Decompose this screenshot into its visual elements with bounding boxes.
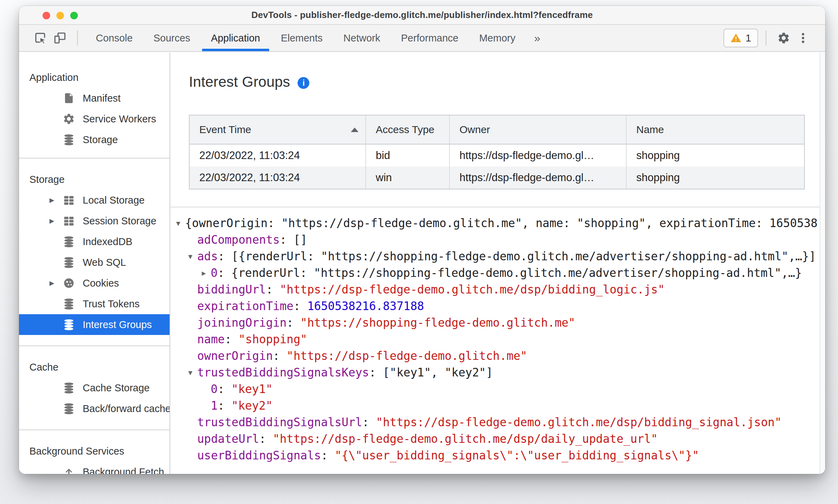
sidebar-section-title: Application <box>19 67 170 88</box>
tree-line[interactable]: biddingUrl: "https://dsp-fledge-demo.gli… <box>170 281 825 298</box>
sidebar-item-label: Session Storage <box>83 215 156 227</box>
devtools-window: DevTools - publisher-fledge-demo.glitch.… <box>19 6 825 474</box>
settings-gear-icon[interactable] <box>774 28 793 48</box>
tree-segment-key: trustedBiddingSignalsKeys <box>197 366 369 379</box>
collapse-triangle-icon[interactable]: ▼ <box>185 364 195 381</box>
sidebar-item-label: IndexedDB <box>83 236 133 248</box>
issues-warning-badge[interactable]: 1 <box>723 29 758 47</box>
column-header-label: Access Type <box>376 124 435 136</box>
column-header-name[interactable]: Name <box>627 115 804 144</box>
tree-segment-key: ads <box>197 250 218 263</box>
tab-sources[interactable]: Sources <box>143 25 200 51</box>
tree-segment-key: name <box>197 333 225 346</box>
cell-name: shopping <box>627 144 804 167</box>
column-header-access-type[interactable]: Access Type <box>366 115 450 144</box>
tree-line[interactable]: updateUrl: "https://dsp-fledge-demo.glit… <box>170 431 825 447</box>
column-header-owner[interactable]: Owner <box>450 115 627 144</box>
vertical-scrollbar[interactable] <box>820 53 825 474</box>
document-icon <box>63 92 76 104</box>
sidebar-section-application: ApplicationManifestService WorkersStorag… <box>19 53 170 159</box>
tree-segment-key: 0 <box>211 266 218 280</box>
sidebar-item-label: Back/forward cache <box>83 403 170 414</box>
tree-line[interactable]: adComponents: [] <box>170 232 825 248</box>
tab-elements[interactable]: Elements <box>271 25 333 51</box>
tree-segment-plain: : <box>225 333 238 346</box>
warning-triangle-icon <box>730 32 741 44</box>
tree-line[interactable]: ▼ads: [{renderUrl: "https://shopping-fle… <box>170 248 825 265</box>
column-header-event-time[interactable]: Event Time <box>190 115 366 144</box>
tree-segment-plain: : <box>218 382 231 396</box>
sidebar-section-title: Cache <box>19 357 170 377</box>
sidebar-section-cache: CacheCache StorageBack/forward cache <box>19 346 170 430</box>
sidebar-item-manifest[interactable]: Manifest <box>19 88 170 109</box>
tree-segment-key: 1 <box>211 399 218 412</box>
expand-triangle-icon[interactable]: ▶ <box>199 265 209 281</box>
tree-line[interactable]: trustedBiddingSignalsUrl: "https://dsp-f… <box>170 414 825 431</box>
sidebar-item-web-sql[interactable]: Web SQL <box>19 252 170 273</box>
database-icon <box>63 235 76 248</box>
tree-line[interactable]: name: "shopping" <box>170 331 825 348</box>
more-tabs-chevron[interactable]: » <box>526 25 549 51</box>
sidebar-item-interest-groups[interactable]: Interest Groups <box>19 314 170 335</box>
tree-line[interactable]: joiningOrigin: "https://shopping-fledge-… <box>170 315 825 331</box>
close-button[interactable] <box>43 12 50 19</box>
tree-segment-key: ownerOrigin <box>197 349 273 363</box>
table-header-row: Event TimeAccess TypeOwnerName <box>190 115 804 144</box>
tab-application[interactable]: Application <box>201 25 271 51</box>
sidebar-item-service-workers[interactable]: Service Workers <box>19 109 170 129</box>
devtools-content: ApplicationManifestService WorkersStorag… <box>19 53 825 474</box>
tree-line[interactable]: ▼{ownerOrigin: "https://dsp-fledge-demo.… <box>170 215 825 232</box>
tree-segment-string: "shopping" <box>238 333 307 346</box>
tab-memory[interactable]: Memory <box>469 25 526 51</box>
expand-triangle-icon[interactable]: ▶ <box>49 196 63 204</box>
tree-line[interactable]: 0: "key1" <box>170 381 825 398</box>
database-icon <box>63 256 76 269</box>
device-toolbar-icon[interactable] <box>50 28 70 48</box>
database-icon <box>63 382 76 394</box>
zoom-button[interactable] <box>70 12 78 19</box>
table-row[interactable]: 22/03/2022, 11:03:24bidhttps://dsp-fledg… <box>190 144 804 167</box>
tree-segment-plain: : [{renderUrl: "https://shopping-fledge-… <box>218 250 816 263</box>
tree-line[interactable]: ownerOrigin: "https://dsp-fledge-demo.gl… <box>170 348 825 364</box>
sidebar-item-label: Local Storage <box>83 195 145 206</box>
minimize-button[interactable] <box>56 12 64 19</box>
tab-performance[interactable]: Performance <box>391 25 469 51</box>
interest-group-details-tree: ▼{ownerOrigin: "https://dsp-fledge-demo.… <box>170 207 825 464</box>
tree-line[interactable]: ▶0: {renderUrl: "https://shopping-fledge… <box>170 265 825 281</box>
cell-owner: https://dsp-fledge-demo.gl… <box>450 167 627 189</box>
table-body: 22/03/2022, 11:03:24bidhttps://dsp-fledg… <box>190 144 804 189</box>
sidebar-item-cookies[interactable]: ▶Cookies <box>19 273 170 293</box>
tree-line[interactable]: userBiddingSignals: "{\"user_bidding_sig… <box>170 447 825 464</box>
tree-segment-key: trustedBiddingSignalsUrl <box>197 416 362 429</box>
tree-line[interactable]: expirationTime: 1650538216.837188 <box>170 298 825 315</box>
tab-console[interactable]: Console <box>85 25 143 51</box>
sidebar-item-local-storage[interactable]: ▶Local Storage <box>19 190 170 211</box>
sidebar-item-back-forward-cache[interactable]: Back/forward cache <box>19 398 170 419</box>
tree-segment-string: "https://dsp-fledge-demo.glitch.me/dsp/d… <box>273 432 658 446</box>
sidebar-item-background-fetch[interactable]: Background Fetch <box>19 461 170 474</box>
kebab-menu-icon[interactable] <box>793 28 813 48</box>
collapse-triangle-icon[interactable]: ▼ <box>173 215 183 232</box>
info-icon[interactable]: i <box>298 77 309 89</box>
expand-triangle-icon[interactable]: ▶ <box>49 279 63 287</box>
tree-segment-plain: : ["key1", "key2"] <box>369 366 493 379</box>
sidebar-item-trust-tokens[interactable]: Trust Tokens <box>19 293 170 314</box>
inspect-element-icon[interactable] <box>31 28 50 48</box>
cell-access-type: bid <box>366 144 450 167</box>
sidebar-item-storage[interactable]: Storage <box>19 129 170 150</box>
tree-segment-key: adComponents <box>197 233 280 246</box>
sidebar-item-cache-storage[interactable]: Cache Storage <box>19 377 170 398</box>
tree-line[interactable]: 1: "key2" <box>170 398 825 414</box>
tree-segment-string: "https://dsp-fledge-demo.glitch.me/dsp/b… <box>280 283 665 296</box>
table-row[interactable]: 22/03/2022, 11:03:24winhttps://dsp-fledg… <box>190 167 804 189</box>
collapse-triangle-icon[interactable]: ▼ <box>185 248 195 265</box>
tree-line[interactable]: ▼trustedBiddingSignalsKeys: ["key1", "ke… <box>170 364 825 381</box>
sidebar-item-session-storage[interactable]: ▶Session Storage <box>19 211 170 231</box>
tree-segment-string: "key2" <box>231 399 273 412</box>
grid-icon <box>63 194 76 206</box>
window-title: DevTools - publisher-fledge-demo.glitch.… <box>252 10 593 20</box>
interest-groups-table: Event TimeAccess TypeOwnerName 22/03/202… <box>189 115 805 189</box>
expand-triangle-icon[interactable]: ▶ <box>49 217 63 225</box>
sidebar-item-indexeddb[interactable]: IndexedDB <box>19 231 170 252</box>
tab-network[interactable]: Network <box>333 25 391 51</box>
